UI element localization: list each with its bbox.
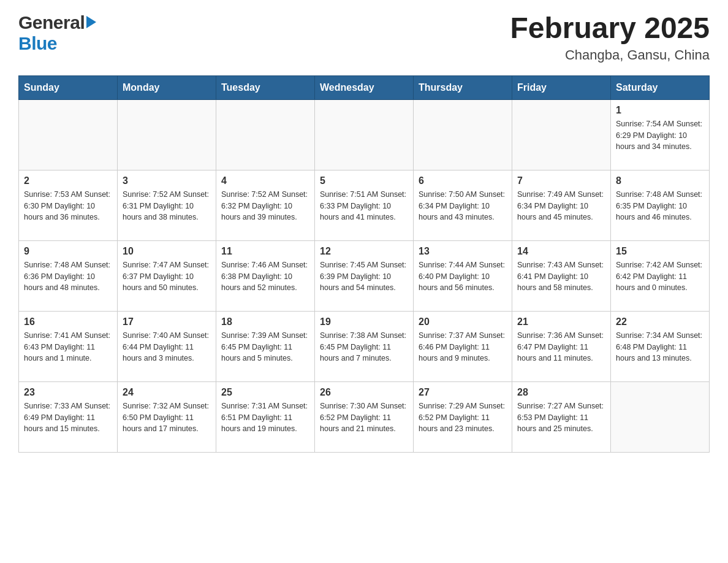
header-right: February 2025 Changba, Gansu, China: [510, 12, 710, 63]
day-number: 27: [419, 387, 507, 398]
day-info: Sunrise: 7:38 AM Sunset: 6:45 PM Dayligh…: [320, 330, 408, 364]
calendar-cell: 17Sunrise: 7:40 AM Sunset: 6:44 PM Dayli…: [118, 311, 216, 381]
day-header-thursday: Thursday: [414, 75, 512, 99]
day-number: 20: [419, 316, 507, 327]
day-header-tuesday: Tuesday: [216, 75, 315, 99]
calendar-cell: 11Sunrise: 7:46 AM Sunset: 6:38 PM Dayli…: [216, 240, 315, 311]
day-number: 12: [320, 246, 408, 257]
day-number: 10: [123, 246, 211, 257]
day-info: Sunrise: 7:52 AM Sunset: 6:32 PM Dayligh…: [221, 189, 309, 223]
day-info: Sunrise: 7:31 AM Sunset: 6:51 PM Dayligh…: [221, 400, 309, 435]
calendar-cell: 5Sunrise: 7:51 AM Sunset: 6:33 PM Daylig…: [315, 170, 414, 240]
day-header-monday: Monday: [118, 75, 216, 99]
logo-arrow-icon: [86, 16, 96, 28]
day-info: Sunrise: 7:36 AM Sunset: 6:47 PM Dayligh…: [517, 330, 605, 364]
calendar-cell: 24Sunrise: 7:32 AM Sunset: 6:50 PM Dayli…: [118, 381, 216, 452]
day-info: Sunrise: 7:49 AM Sunset: 6:34 PM Dayligh…: [517, 189, 605, 223]
day-number: 18: [221, 316, 309, 327]
calendar-cell: 4Sunrise: 7:52 AM Sunset: 6:32 PM Daylig…: [216, 170, 315, 240]
day-info: Sunrise: 7:44 AM Sunset: 6:40 PM Dayligh…: [419, 259, 507, 294]
day-number: 11: [221, 246, 309, 257]
day-info: Sunrise: 7:37 AM Sunset: 6:46 PM Dayligh…: [419, 330, 507, 364]
day-info: Sunrise: 7:50 AM Sunset: 6:34 PM Dayligh…: [419, 189, 507, 223]
day-number: 16: [24, 316, 112, 327]
page-header: General Blue February 2025 Changba, Gans…: [18, 12, 710, 63]
day-number: 1: [616, 105, 704, 116]
calendar-cell: 25Sunrise: 7:31 AM Sunset: 6:51 PM Dayli…: [216, 381, 315, 452]
calendar-cell: [118, 99, 216, 170]
day-info: Sunrise: 7:40 AM Sunset: 6:44 PM Dayligh…: [123, 330, 211, 364]
day-number: 14: [517, 246, 605, 257]
day-number: 4: [221, 175, 309, 186]
day-number: 28: [517, 387, 605, 398]
month-title: February 2025: [510, 12, 710, 45]
day-info: Sunrise: 7:52 AM Sunset: 6:31 PM Dayligh…: [123, 189, 211, 223]
calendar-cell: 10Sunrise: 7:47 AM Sunset: 6:37 PM Dayli…: [118, 240, 216, 311]
calendar-cell: 21Sunrise: 7:36 AM Sunset: 6:47 PM Dayli…: [512, 311, 611, 381]
calendar-cell: 2Sunrise: 7:53 AM Sunset: 6:30 PM Daylig…: [19, 170, 118, 240]
day-header-saturday: Saturday: [611, 75, 710, 99]
day-info: Sunrise: 7:39 AM Sunset: 6:45 PM Dayligh…: [221, 330, 309, 364]
calendar-cell: 9Sunrise: 7:48 AM Sunset: 6:36 PM Daylig…: [19, 240, 118, 311]
calendar-cell: 20Sunrise: 7:37 AM Sunset: 6:46 PM Dayli…: [414, 311, 512, 381]
calendar-cell: [216, 99, 315, 170]
day-info: Sunrise: 7:48 AM Sunset: 6:35 PM Dayligh…: [616, 189, 704, 223]
day-info: Sunrise: 7:30 AM Sunset: 6:52 PM Dayligh…: [320, 400, 408, 435]
day-info: Sunrise: 7:41 AM Sunset: 6:43 PM Dayligh…: [24, 330, 112, 364]
calendar-cell: [315, 99, 414, 170]
calendar-cell: 27Sunrise: 7:29 AM Sunset: 6:52 PM Dayli…: [414, 381, 512, 452]
calendar-cell: 3Sunrise: 7:52 AM Sunset: 6:31 PM Daylig…: [118, 170, 216, 240]
day-header-friday: Friday: [512, 75, 611, 99]
calendar-header-row: SundayMondayTuesdayWednesdayThursdayFrid…: [19, 75, 710, 99]
calendar-cell: 13Sunrise: 7:44 AM Sunset: 6:40 PM Dayli…: [414, 240, 512, 311]
day-number: 22: [616, 316, 704, 327]
day-number: 26: [320, 387, 408, 398]
calendar-cell: [611, 381, 710, 452]
day-number: 15: [616, 246, 704, 257]
location-subtitle: Changba, Gansu, China: [510, 47, 710, 63]
day-info: Sunrise: 7:53 AM Sunset: 6:30 PM Dayligh…: [24, 189, 112, 223]
calendar-cell: 1Sunrise: 7:54 AM Sunset: 6:29 PM Daylig…: [611, 99, 710, 170]
calendar-cell: 8Sunrise: 7:48 AM Sunset: 6:35 PM Daylig…: [611, 170, 710, 240]
calendar-cell: 28Sunrise: 7:27 AM Sunset: 6:53 PM Dayli…: [512, 381, 611, 452]
calendar-cell: [414, 99, 512, 170]
day-number: 19: [320, 316, 408, 327]
day-number: 3: [123, 175, 211, 186]
calendar-cell: 15Sunrise: 7:42 AM Sunset: 6:42 PM Dayli…: [611, 240, 710, 311]
calendar-week-row: 2Sunrise: 7:53 AM Sunset: 6:30 PM Daylig…: [19, 170, 710, 240]
calendar-cell: 14Sunrise: 7:43 AM Sunset: 6:41 PM Dayli…: [512, 240, 611, 311]
day-info: Sunrise: 7:46 AM Sunset: 6:38 PM Dayligh…: [221, 259, 309, 294]
day-info: Sunrise: 7:47 AM Sunset: 6:37 PM Dayligh…: [123, 259, 211, 294]
day-info: Sunrise: 7:51 AM Sunset: 6:33 PM Dayligh…: [320, 189, 408, 223]
day-number: 9: [24, 246, 112, 257]
day-info: Sunrise: 7:34 AM Sunset: 6:48 PM Dayligh…: [616, 330, 704, 364]
day-number: 13: [419, 246, 507, 257]
calendar-week-row: 16Sunrise: 7:41 AM Sunset: 6:43 PM Dayli…: [19, 311, 710, 381]
calendar-week-row: 1Sunrise: 7:54 AM Sunset: 6:29 PM Daylig…: [19, 99, 710, 170]
day-number: 25: [221, 387, 309, 398]
day-number: 2: [24, 175, 112, 186]
calendar-cell: 22Sunrise: 7:34 AM Sunset: 6:48 PM Dayli…: [611, 311, 710, 381]
calendar-cell: 26Sunrise: 7:30 AM Sunset: 6:52 PM Dayli…: [315, 381, 414, 452]
calendar-cell: 6Sunrise: 7:50 AM Sunset: 6:34 PM Daylig…: [414, 170, 512, 240]
day-number: 6: [419, 175, 507, 186]
day-info: Sunrise: 7:42 AM Sunset: 6:42 PM Dayligh…: [616, 259, 704, 294]
calendar-cell: 23Sunrise: 7:33 AM Sunset: 6:49 PM Dayli…: [19, 381, 118, 452]
day-info: Sunrise: 7:33 AM Sunset: 6:49 PM Dayligh…: [24, 400, 112, 435]
day-header-sunday: Sunday: [19, 75, 118, 99]
day-info: Sunrise: 7:32 AM Sunset: 6:50 PM Dayligh…: [123, 400, 211, 435]
calendar-week-row: 9Sunrise: 7:48 AM Sunset: 6:36 PM Daylig…: [19, 240, 710, 311]
calendar-cell: 12Sunrise: 7:45 AM Sunset: 6:39 PM Dayli…: [315, 240, 414, 311]
day-info: Sunrise: 7:29 AM Sunset: 6:52 PM Dayligh…: [419, 400, 507, 435]
logo-general-text: General: [18, 12, 85, 33]
logo: General Blue: [18, 12, 96, 54]
calendar-cell: 18Sunrise: 7:39 AM Sunset: 6:45 PM Dayli…: [216, 311, 315, 381]
logo-blue-text: Blue: [18, 33, 57, 53]
calendar-week-row: 23Sunrise: 7:33 AM Sunset: 6:49 PM Dayli…: [19, 381, 710, 452]
day-info: Sunrise: 7:48 AM Sunset: 6:36 PM Dayligh…: [24, 259, 112, 294]
calendar-cell: [512, 99, 611, 170]
day-number: 7: [517, 175, 605, 186]
day-info: Sunrise: 7:45 AM Sunset: 6:39 PM Dayligh…: [320, 259, 408, 294]
day-number: 23: [24, 387, 112, 398]
day-number: 21: [517, 316, 605, 327]
